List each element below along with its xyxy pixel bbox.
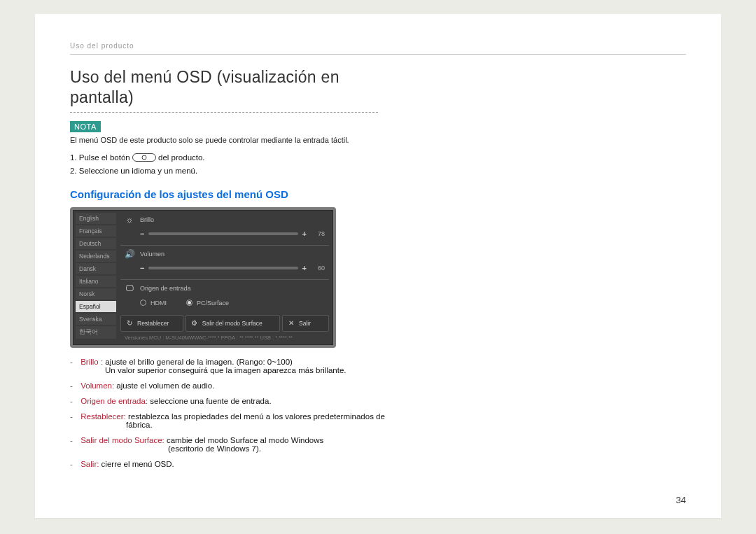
brightness-minus[interactable]: − [140, 230, 144, 238]
term-restablecer: Restablecer: [80, 412, 126, 421]
reset-icon: ↻ [125, 319, 134, 328]
note-text: El menú OSD de este producto solo se pue… [70, 136, 686, 144]
breadcrumb: Uso del producto [70, 42, 686, 50]
def-brillo: - Brillo : ajuste el brillo general de l… [70, 358, 686, 374]
step-1: 1. Pulse el botón del producto. [70, 151, 686, 165]
volume-slider-row: − + 60 [120, 261, 329, 276]
lang-english[interactable]: English [76, 213, 116, 224]
gear-icon: ⚙ [190, 319, 199, 328]
language-list: English Français Deutsch Nederlands Dans… [76, 213, 116, 342]
lang-korean[interactable]: 한국어 [76, 326, 116, 339]
def-salir: - Salir: cierre el menú OSD. [70, 460, 686, 468]
note-badge: NOTA [70, 121, 101, 132]
volume-value: 60 [311, 265, 325, 272]
step1-pre: 1. Pulse el botón [70, 153, 132, 162]
def-volumen: - Volumen: ajuste el volumen de audio. [70, 381, 686, 390]
term-brillo: Brillo : [80, 358, 103, 366]
volume-slider[interactable] [148, 267, 298, 269]
separator [120, 245, 329, 246]
exit-surface-button[interactable]: ⚙Salir del modo Surface [186, 315, 280, 332]
lang-italiano[interactable]: Italiano [76, 276, 116, 287]
version-row: Versiones MCU : M-SU40MWWAC-****.* FPGA … [120, 332, 329, 342]
lang-svenska[interactable]: Svenska [76, 314, 116, 325]
brightness-slider[interactable] [148, 232, 298, 235]
definitions-list: - Brillo : ajuste el brillo general de l… [70, 358, 686, 468]
manual-page: Uso del producto Uso del menú OSD (visua… [35, 14, 721, 518]
lang-deutsch[interactable]: Deutsch [76, 238, 116, 249]
brightness-plus[interactable]: + [302, 230, 307, 238]
osd-button-row: ↻Restablecer ⚙Salir del modo Surface ✕Sa… [120, 315, 329, 332]
volume-label: Volumen [140, 251, 164, 258]
brightness-block: ☼ Brillo − + 78 [120, 213, 329, 242]
radio-off-icon [140, 300, 146, 306]
volume-minus[interactable]: − [140, 264, 144, 272]
volume-icon: 🔊 [123, 249, 136, 259]
brightness-slider-row: − + 78 [120, 227, 329, 242]
volume-block: 🔊 Volumen − + 60 [120, 247, 329, 276]
lang-francais[interactable]: Français [76, 225, 116, 237]
step1-post: del producto. [158, 153, 205, 162]
page-number: 34 [676, 495, 686, 505]
term-origen: Origen de entrada: [80, 397, 148, 405]
brightness-label: Brillo [140, 216, 154, 223]
osd-panel: English Français Deutsch Nederlands Dans… [70, 207, 336, 348]
def-surface: - Salir del modo Surface: cambie del mod… [70, 436, 686, 453]
def-origen: - Origen de entrada: seleccione una fuen… [70, 397, 686, 405]
input-pc-option[interactable]: PC/Surface [186, 300, 229, 307]
step-2: 2. Seleccione un idioma y un menú. [70, 164, 686, 178]
term-surface: Salir del modo Surface: [80, 436, 164, 444]
radio-on-icon [186, 300, 192, 306]
page-title: Uso del menú OSD (visualización en panta… [70, 67, 378, 113]
input-block: 🖵 Origen de entrada HDMI PC/Surface [120, 281, 329, 312]
term-salir: Salir: [80, 460, 99, 468]
input-hdmi-option[interactable]: HDMI [140, 300, 167, 307]
steps-list: 1. Pulse el botón del producto. 2. Selec… [70, 151, 686, 178]
lang-espanol[interactable]: Español [76, 301, 116, 312]
osd-main: ☼ Brillo − + 78 🔊 Volumen − [116, 213, 330, 342]
header-rule [70, 54, 686, 55]
exit-button[interactable]: ✕Salir [282, 315, 329, 332]
brightness-icon: ☼ [123, 215, 136, 225]
reset-button[interactable]: ↻Restablecer [120, 315, 183, 332]
section-heading: Configuración de los ajustes del menú OS… [70, 188, 686, 200]
lang-dansk[interactable]: Dansk [76, 263, 116, 274]
volume-plus[interactable]: + [302, 264, 307, 272]
close-icon: ✕ [287, 319, 295, 328]
power-button-icon [132, 153, 156, 162]
brightness-value: 78 [311, 230, 325, 237]
separator [120, 279, 329, 280]
lang-norsk[interactable]: Norsk [76, 288, 116, 300]
lang-nederlands[interactable]: Nederlands [76, 251, 116, 262]
def-restablecer: - Restablecer: restablezca las propiedad… [70, 412, 686, 429]
input-label: Origen de entrada [140, 285, 191, 292]
input-icon: 🖵 [123, 283, 136, 293]
term-volumen: Volumen: [80, 381, 114, 390]
